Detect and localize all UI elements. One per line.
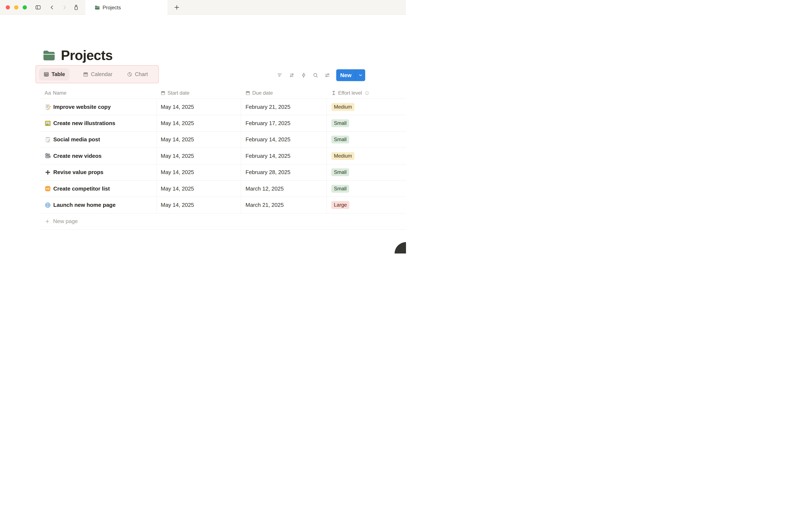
- window-tab-bar: Projects: [0, 0, 406, 15]
- projects-table: Aa Name Start date Due date: [40, 87, 406, 230]
- table-row[interactable]: Create new illustrations May 14, 2025 Fe…: [40, 115, 406, 131]
- new-button[interactable]: New: [336, 69, 355, 81]
- table-body: Improve website copy May 14, 2025 Februa…: [40, 99, 406, 213]
- column-label: Name: [53, 90, 66, 96]
- table-row[interactable]: Social media post May 14, 2025 February …: [40, 131, 406, 148]
- row-name[interactable]: Revise value props: [53, 169, 103, 176]
- text-type-icon: Aa: [45, 90, 51, 96]
- view-options-icon[interactable]: [324, 72, 330, 78]
- minimize-window-button[interactable]: [14, 5, 18, 9]
- row-due-date[interactable]: February 14, 2025: [246, 136, 290, 143]
- row-start-date[interactable]: May 14, 2025: [161, 202, 194, 208]
- sort-icon[interactable]: [289, 72, 295, 78]
- new-button-group: New: [336, 69, 365, 81]
- row-name[interactable]: Improve website copy: [53, 104, 111, 110]
- view-calendar-label: Calendar: [91, 71, 112, 77]
- view-chart-label: Chart: [135, 71, 148, 77]
- tab-view-chart[interactable]: Chart: [127, 71, 148, 77]
- row-due-date[interactable]: February 21, 2025: [246, 104, 290, 110]
- effort-badge[interactable]: Large: [332, 201, 349, 209]
- new-page-row[interactable]: New page: [40, 213, 406, 230]
- row-due-date[interactable]: February 28, 2025: [246, 169, 290, 176]
- chart-view-icon: [127, 72, 133, 77]
- table-row[interactable]: Revise value props May 14, 2025 February…: [40, 164, 406, 181]
- new-dropdown-button[interactable]: [355, 69, 365, 81]
- row-name[interactable]: Create new illustrations: [53, 120, 115, 126]
- row-start-date[interactable]: May 14, 2025: [161, 169, 194, 176]
- automation-icon[interactable]: [301, 72, 307, 78]
- column-header-name[interactable]: Aa Name: [40, 87, 157, 99]
- effort-badge[interactable]: Small: [332, 168, 349, 176]
- movie-camera-icon: [45, 153, 51, 159]
- tab-view-table[interactable]: Table: [39, 68, 69, 80]
- back-icon[interactable]: [48, 0, 56, 15]
- table-header-row: Aa Name Start date Due date: [40, 87, 406, 99]
- history-icon[interactable]: [72, 0, 80, 15]
- traffic-lights: [6, 0, 27, 15]
- row-due-date[interactable]: March 12, 2025: [246, 185, 284, 192]
- filter-icon[interactable]: [277, 72, 283, 78]
- row-name[interactable]: Create competitor list: [53, 185, 110, 192]
- row-start-date[interactable]: May 14, 2025: [161, 104, 194, 110]
- new-tab-button[interactable]: [171, 0, 183, 15]
- effort-badge[interactable]: Medium: [332, 152, 354, 160]
- framed-picture-icon: [45, 120, 51, 126]
- table-row[interactable]: Launch new home page May 14, 2025 March …: [40, 197, 406, 213]
- plus-icon: [45, 169, 51, 176]
- calendar-icon: [245, 91, 250, 96]
- row-start-date[interactable]: May 14, 2025: [161, 120, 194, 126]
- row-due-date[interactable]: February 17, 2025: [246, 120, 290, 126]
- search-icon[interactable]: [312, 72, 318, 78]
- row-due-date[interactable]: February 14, 2025: [246, 153, 290, 159]
- plus-icon: [45, 219, 50, 224]
- memo-icon: [45, 104, 51, 110]
- globe-icon: [45, 202, 51, 208]
- row-name[interactable]: Create new videos: [53, 153, 101, 159]
- row-name[interactable]: Launch new home page: [53, 202, 116, 208]
- zoom-window-button[interactable]: [22, 5, 27, 9]
- row-due-date[interactable]: March 21, 2025: [246, 202, 284, 208]
- new-page-label: New page: [53, 218, 78, 225]
- chevron-down-icon: [358, 73, 363, 77]
- folder-icon: [95, 5, 100, 10]
- table-view-icon: [44, 72, 49, 77]
- calendar-view-icon: [83, 72, 88, 77]
- info-icon[interactable]: [364, 91, 369, 96]
- effort-badge[interactable]: Small: [332, 135, 349, 144]
- effort-badge[interactable]: Medium: [332, 103, 354, 111]
- column-label: Effort level: [338, 90, 362, 96]
- row-name[interactable]: Social media post: [53, 136, 100, 143]
- calendar-icon: [160, 91, 165, 96]
- page-folder-icon: [43, 50, 55, 61]
- effort-badge[interactable]: Small: [332, 185, 349, 193]
- close-window-button[interactable]: [6, 5, 10, 9]
- column-label: Start date: [167, 90, 190, 96]
- column-label: Due date: [252, 90, 273, 96]
- table-row[interactable]: Improve website copy May 14, 2025 Februa…: [40, 99, 406, 115]
- column-header-due-date[interactable]: Due date: [241, 87, 327, 99]
- table-row[interactable]: VS Create competitor list May 14, 2025 M…: [40, 181, 406, 197]
- row-start-date[interactable]: May 14, 2025: [161, 153, 194, 159]
- view-switcher-highlight: Table Calendar Chart: [36, 65, 159, 83]
- sidebar-toggle-icon[interactable]: [34, 0, 42, 15]
- tab-label: Projects: [103, 5, 121, 11]
- hourglass-icon: [331, 91, 336, 96]
- effort-badge[interactable]: Small: [332, 119, 349, 127]
- page-title: Projects: [61, 48, 113, 63]
- tab-view-calendar[interactable]: Calendar: [83, 71, 112, 77]
- spiral-notepad-icon: [45, 136, 51, 143]
- page-header: Projects: [43, 48, 113, 62]
- column-header-effort-level[interactable]: Effort level: [327, 87, 406, 99]
- vs-button-icon: VS: [45, 185, 51, 192]
- table-row[interactable]: Create new videos May 14, 2025 February …: [40, 148, 406, 164]
- notion-window: Projects Projects Table: [0, 0, 406, 253]
- tab-projects[interactable]: Projects: [86, 0, 167, 15]
- column-header-start-date[interactable]: Start date: [157, 87, 241, 99]
- view-table-label: Table: [52, 71, 65, 77]
- row-start-date[interactable]: May 14, 2025: [161, 136, 194, 143]
- corner-overlay-dot: [395, 242, 406, 253]
- forward-icon[interactable]: [61, 0, 68, 15]
- svg-text:VS: VS: [46, 187, 50, 190]
- row-start-date[interactable]: May 14, 2025: [161, 185, 194, 192]
